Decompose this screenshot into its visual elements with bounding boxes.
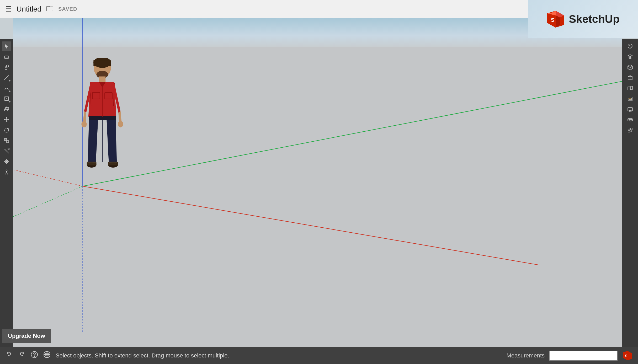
svg-point-61: [631, 119, 632, 120]
select-tool-button[interactable]: [2, 41, 11, 51]
svg-point-17: [8, 148, 9, 150]
svg-rect-14: [7, 141, 9, 143]
svg-rect-64: [628, 130, 630, 132]
left-toolbar: ▶ ▶ ▶: [0, 39, 13, 347]
svg-line-26: [83, 186, 538, 265]
redo-button[interactable]: [18, 351, 26, 360]
vr-ar-button[interactable]: [625, 115, 635, 124]
upgrade-now-button[interactable]: Upgrade Now: [2, 329, 51, 343]
undo-button[interactable]: [5, 351, 13, 360]
layers-panel-button[interactable]: [625, 52, 635, 61]
3d-warehouse-button[interactable]: [625, 73, 635, 82]
svg-point-60: [629, 119, 630, 120]
arc-tool-button[interactable]: ▶: [2, 83, 11, 93]
rotate-tool-button[interactable]: [2, 125, 11, 135]
svg-point-21: [6, 170, 7, 171]
sketchup-small-icon: S: [622, 350, 633, 361]
main-viewport[interactable]: [13, 18, 622, 347]
svg-point-66: [34, 356, 35, 357]
measurements-label: Measurements: [506, 352, 545, 359]
extensions-button[interactable]: [625, 125, 635, 135]
svg-rect-39: [89, 116, 116, 120]
svg-marker-70: [623, 351, 632, 360]
svg-line-27: [13, 168, 83, 186]
measurements-input[interactable]: [549, 351, 618, 361]
svg-line-24: [83, 81, 622, 186]
sections-tool-button[interactable]: [625, 94, 635, 103]
sketchup-logo: S SketchUp: [528, 0, 638, 38]
svg-point-37: [81, 121, 87, 127]
globe-button[interactable]: [43, 351, 51, 360]
styles-panel-button[interactable]: [625, 41, 635, 51]
eraser-tool-button[interactable]: [2, 52, 11, 61]
walk-tool-button[interactable]: [2, 167, 11, 177]
svg-rect-62: [628, 128, 630, 130]
components-panel-button[interactable]: [625, 62, 635, 72]
svg-point-46: [628, 44, 632, 48]
svg-rect-32: [99, 77, 106, 82]
scenes-panel-button[interactable]: [625, 104, 635, 114]
shape-tool-button[interactable]: ▶: [2, 94, 11, 103]
scale-tool-button[interactable]: [2, 136, 11, 145]
folder-icon[interactable]: [46, 5, 54, 13]
move-tool-button[interactable]: [2, 115, 11, 124]
svg-point-38: [118, 121, 123, 127]
status-bar-text: Select objects. Shift to extend select. …: [56, 352, 502, 359]
svg-point-47: [629, 45, 631, 47]
save-status-badge: SAVED: [58, 6, 77, 12]
human-figure: [75, 58, 130, 181]
svg-line-9: [5, 97, 8, 100]
push-pull-tool-button[interactable]: [2, 104, 11, 114]
right-toolbar: [622, 39, 638, 347]
paint-bucket-tool-button[interactable]: [2, 62, 11, 72]
svg-text:S: S: [551, 17, 554, 23]
sketchup-brand-name: SketchUp: [569, 13, 620, 25]
help-button[interactable]: [30, 351, 38, 360]
orbit-tool-button[interactable]: [2, 157, 11, 166]
svg-line-7: [4, 76, 9, 80]
svg-rect-54: [629, 98, 631, 100]
svg-rect-63: [630, 128, 632, 130]
line-tool-button[interactable]: ▶: [2, 73, 11, 82]
svg-line-15: [4, 138, 7, 141]
svg-rect-10: [4, 109, 8, 111]
bottom-bar: Select objects. Shift to extend select. …: [0, 347, 638, 364]
solid-tools-button[interactable]: [625, 83, 635, 93]
document-title: Untitled: [17, 5, 41, 13]
hamburger-menu-icon[interactable]: ☰: [5, 5, 12, 13]
sketchup-brand-icon: S: [546, 10, 565, 29]
tape-measure-tool-button[interactable]: [2, 146, 11, 156]
svg-point-20: [6, 161, 7, 162]
svg-text:S: S: [625, 354, 627, 358]
svg-rect-30: [93, 60, 111, 66]
svg-line-25: [13, 186, 83, 228]
svg-rect-55: [628, 108, 632, 111]
svg-rect-11: [6, 108, 9, 110]
